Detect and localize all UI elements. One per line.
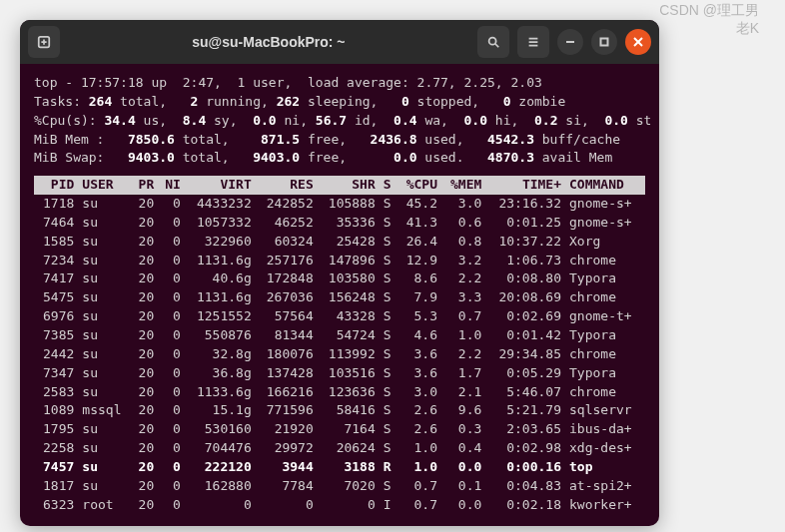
cell-cpu: 3.6: [397, 345, 441, 364]
menu-button[interactable]: [517, 26, 549, 58]
cell-time: 0:02.18: [485, 496, 565, 515]
users: 1 user: [238, 75, 285, 90]
cell-shr: 43328: [318, 307, 380, 326]
cell-pr: 20: [132, 307, 159, 326]
cpu-line: %Cpu(s): 34.4 us, 8.4 sy, 0.0 ni, 56.7 i…: [34, 112, 645, 131]
cell-time: 0:04.83: [485, 477, 565, 496]
cell-shr: 113992: [318, 345, 380, 364]
tasks-line: Tasks: 264 total, 2 running, 262 sleepin…: [34, 93, 645, 112]
cell-user: su: [78, 439, 131, 458]
table-row: 7417su20040.6g172848103580S8.62.20:08.80…: [34, 269, 645, 288]
cell-s: S: [380, 269, 397, 288]
cell-cmd: ibus-da+: [565, 420, 645, 439]
cell-mem: 3.0: [441, 195, 485, 214]
cell-res: 57564: [256, 307, 318, 326]
cell-cmd: chrome: [565, 288, 645, 307]
cell-pid: 6323: [34, 496, 78, 515]
close-button[interactable]: [625, 29, 651, 55]
cell-s: I: [380, 496, 397, 515]
cell-ni: 0: [158, 477, 185, 496]
cell-user: su: [78, 269, 131, 288]
cell-user: su: [78, 420, 131, 439]
cell-time: 0:02.98: [485, 439, 565, 458]
cell-time: 23:16.32: [485, 195, 565, 214]
cell-pr: 20: [132, 364, 159, 383]
cell-res: 771596: [256, 401, 318, 420]
cell-pr: 20: [132, 233, 159, 252]
cell-res: 137428: [256, 364, 318, 383]
cell-shr: 103516: [318, 364, 380, 383]
cell-pid: 5475: [34, 288, 78, 307]
cell-user: su: [78, 383, 131, 402]
table-row: 7457su20022212039443188R1.00.00:00.16top: [34, 458, 645, 477]
cell-ni: 0: [158, 458, 185, 477]
cell-time: 29:34.85: [485, 345, 565, 364]
cell-shr: 58416: [318, 401, 380, 420]
cell-cpu: 3.0: [397, 383, 441, 402]
cell-user: su: [78, 364, 131, 383]
cell-pid: 2442: [34, 345, 78, 364]
cell-user: su: [78, 477, 131, 496]
cell-virt: 1131.6g: [185, 288, 256, 307]
cell-cmd: at-spi2+: [565, 477, 645, 496]
cell-cpu: 2.6: [397, 420, 441, 439]
cell-user: su: [78, 326, 131, 345]
cell-shr: 35336: [318, 214, 380, 233]
table-row: 7347su20036.8g137428103516S3.61.70:05.29…: [34, 364, 645, 383]
window-title: su@su-MacBookPro: ~: [68, 34, 469, 50]
table-row: 6323root200000I0.70.00:02.18kworker+: [34, 496, 645, 515]
table-row: 7385su2005508768134454724S4.61.00:01.42T…: [34, 326, 645, 345]
minimize-button[interactable]: [557, 29, 583, 55]
col-res: RES: [256, 176, 318, 195]
cell-ni: 0: [158, 345, 185, 364]
cell-virt: 1133.6g: [185, 383, 256, 402]
cell-cmd: top: [565, 458, 645, 477]
cell-user: su: [78, 252, 131, 270]
new-tab-button[interactable]: [28, 26, 60, 58]
cell-mem: 0.0: [441, 496, 485, 515]
cell-pr: 20: [132, 195, 159, 214]
cell-s: S: [380, 345, 397, 364]
cell-cmd: chrome: [565, 252, 645, 270]
cell-virt: 162880: [185, 477, 256, 496]
cell-ni: 0: [158, 307, 185, 326]
cell-time: 20:08.69: [485, 288, 565, 307]
cell-pid: 1817: [34, 477, 78, 496]
cell-res: 21920: [256, 420, 318, 439]
table-row: 5475su2001131.6g267036156248S7.93.320:08…: [34, 288, 645, 307]
col-virt: VIRT: [185, 176, 256, 195]
col-ni: NI: [158, 176, 185, 195]
cell-pid: 1089: [34, 401, 78, 420]
search-button[interactable]: [477, 26, 509, 58]
cell-s: S: [380, 420, 397, 439]
cell-mem: 3.2: [441, 252, 485, 270]
cell-cpu: 12.9: [397, 252, 441, 270]
cell-cpu: 41.3: [397, 214, 441, 233]
svg-point-3: [488, 38, 495, 45]
cell-shr: 103580: [318, 269, 380, 288]
col-user: USER: [78, 176, 131, 195]
terminal-body[interactable]: top - 17:57:18 up 2:47, 1 user, load ave…: [20, 64, 659, 526]
cell-time: 5:46.07: [485, 383, 565, 402]
cell-shr: 54724: [318, 326, 380, 345]
table-row: 2583su2001133.6g166216123636S3.02.15:46.…: [34, 383, 645, 402]
cell-cmd: gnome-s+: [565, 195, 645, 214]
cell-pr: 20: [132, 252, 159, 270]
maximize-button[interactable]: [591, 29, 617, 55]
cell-virt: 550876: [185, 326, 256, 345]
cell-shr: 20624: [318, 439, 380, 458]
cell-user: su: [78, 345, 131, 364]
cell-virt: 32.8g: [185, 345, 256, 364]
cell-virt: 40.6g: [185, 269, 256, 288]
cell-ni: 0: [158, 233, 185, 252]
cell-mem: 0.6: [441, 214, 485, 233]
cell-mem: 0.7: [441, 307, 485, 326]
cell-shr: 3188: [318, 458, 380, 477]
table-row: 1718su2004433232242852105888S45.23.023:1…: [34, 195, 645, 214]
cell-ni: 0: [158, 364, 185, 383]
cell-pr: 20: [132, 401, 159, 420]
cell-mem: 9.6: [441, 401, 485, 420]
cell-user: su: [78, 195, 131, 214]
svg-line-4: [495, 44, 499, 48]
cell-s: S: [380, 439, 397, 458]
